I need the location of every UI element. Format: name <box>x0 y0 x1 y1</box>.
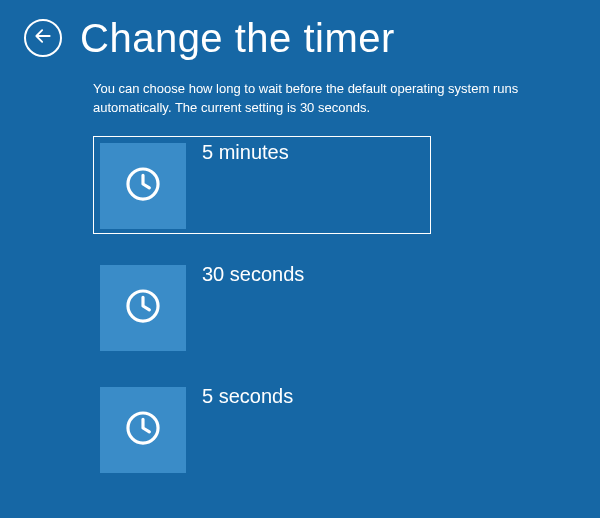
clock-icon <box>124 287 162 329</box>
timer-option-30-seconds[interactable]: 30 seconds <box>93 258 431 356</box>
option-label: 5 seconds <box>202 381 293 408</box>
option-tile <box>100 387 186 473</box>
page-title: Change the timer <box>80 18 395 58</box>
back-arrow-icon <box>33 26 53 50</box>
options-list: 5 minutes 30 seconds 5 seconds <box>0 118 600 478</box>
clock-icon <box>124 409 162 451</box>
timer-option-5-seconds[interactable]: 5 seconds <box>93 380 431 478</box>
option-label: 30 seconds <box>202 259 304 286</box>
page-description: You can choose how long to wait before t… <box>0 68 570 118</box>
option-tile <box>100 265 186 351</box>
option-label: 5 minutes <box>202 137 289 164</box>
option-tile <box>100 143 186 229</box>
clock-icon <box>124 165 162 207</box>
header: Change the timer <box>0 0 600 68</box>
timer-option-5-minutes[interactable]: 5 minutes <box>93 136 431 234</box>
back-button[interactable] <box>24 19 62 57</box>
